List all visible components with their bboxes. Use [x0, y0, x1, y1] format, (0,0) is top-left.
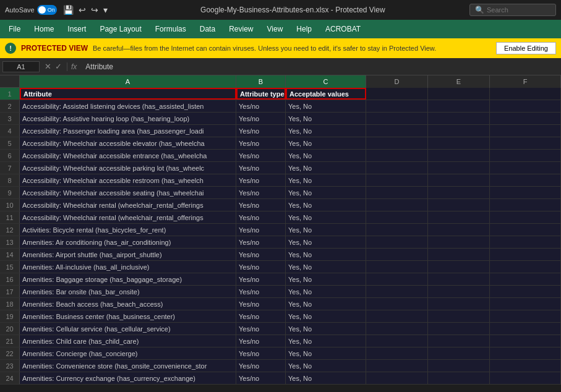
cell-b9[interactable]: Yes/no: [236, 187, 286, 198]
cell-c5[interactable]: Yes, No: [286, 137, 366, 149]
cell-a8[interactable]: Accessibility: Wheelchair accessible res…: [20, 174, 236, 186]
cell-b23[interactable]: Yes/no: [236, 360, 286, 372]
cell-d9[interactable]: [366, 187, 428, 198]
cell-a4[interactable]: Accessibility: Passenger loading area (h…: [20, 125, 236, 137]
cell-b11[interactable]: Yes/no: [236, 211, 286, 223]
cell-b18[interactable]: Yes/no: [236, 298, 286, 310]
cell-f17[interactable]: [490, 286, 561, 297]
col-header-d[interactable]: D: [366, 75, 428, 88]
cell-f5[interactable]: [490, 137, 561, 149]
cell-a24[interactable]: Amenities: Currency exchange (has_curren…: [20, 372, 236, 384]
cell-c18[interactable]: Yes, No: [286, 298, 366, 310]
cell-a18[interactable]: Amenities: Beach access (has_beach_acces…: [20, 298, 236, 310]
cell-d11[interactable]: [366, 211, 428, 223]
menu-file[interactable]: File: [2, 22, 27, 36]
cell-reference-box[interactable]: [2, 61, 40, 72]
menu-formulas[interactable]: Formulas: [149, 22, 192, 36]
cell-c23[interactable]: Yes, No: [286, 360, 366, 372]
cell-d17[interactable]: [366, 286, 428, 297]
cell-d18[interactable]: [366, 298, 428, 310]
cancel-formula-icon[interactable]: ✕: [45, 62, 51, 71]
cell-d14[interactable]: [366, 249, 428, 260]
cell-c24[interactable]: Yes, No: [286, 372, 366, 384]
cell-c10[interactable]: Yes, No: [286, 199, 366, 211]
cell-d20[interactable]: [366, 323, 428, 334]
cell-f3[interactable]: [490, 113, 561, 124]
cell-c15[interactable]: Yes, No: [286, 261, 366, 273]
cell-a13[interactable]: Amenities: Air conditioning (has_air_con…: [20, 236, 236, 248]
cell-c19[interactable]: Yes, No: [286, 310, 366, 322]
cell-b7[interactable]: Yes/no: [236, 162, 286, 174]
cell-d6[interactable]: [366, 150, 428, 161]
cell-f2[interactable]: [490, 100, 561, 112]
cell-e16[interactable]: [428, 273, 490, 285]
cell-f1[interactable]: [490, 88, 561, 100]
cell-d22[interactable]: [366, 347, 428, 359]
cell-a17[interactable]: Amenities: Bar onsite (has_bar_onsite): [20, 286, 236, 297]
cell-d21[interactable]: [366, 335, 428, 347]
cell-c8[interactable]: Yes, No: [286, 174, 366, 186]
menu-view[interactable]: View: [261, 22, 289, 36]
cell-b22[interactable]: Yes/no: [236, 347, 286, 359]
cell-c9[interactable]: Yes, No: [286, 187, 366, 198]
search-input[interactable]: [487, 6, 550, 14]
cell-b19[interactable]: Yes/no: [236, 310, 286, 322]
cell-a9[interactable]: Accessibility: Wheelchair accessible sea…: [20, 187, 236, 198]
cell-a23[interactable]: Amenities: Convenience store (has_onsite…: [20, 360, 236, 372]
cell-c4[interactable]: Yes, No: [286, 125, 366, 137]
cell-a3[interactable]: Accessibility: Assistive hearing loop (h…: [20, 113, 236, 124]
cell-c11[interactable]: Yes, No: [286, 211, 366, 223]
save-button[interactable]: 💾: [62, 4, 75, 16]
col-header-f[interactable]: F: [490, 75, 561, 88]
cell-e23[interactable]: [428, 360, 490, 372]
col-header-a[interactable]: A: [20, 75, 236, 88]
cell-a2[interactable]: Accessibility: Assisted listening device…: [20, 100, 236, 112]
cell-a21[interactable]: Amenities: Child care (has_child_care): [20, 335, 236, 347]
cell-e5[interactable]: [428, 137, 490, 149]
confirm-formula-icon[interactable]: ✓: [55, 62, 62, 71]
cell-c7[interactable]: Yes, No: [286, 162, 366, 174]
cell-a19[interactable]: Amenities: Business center (has_business…: [20, 310, 236, 322]
cell-f4[interactable]: [490, 125, 561, 137]
cell-d13[interactable]: [366, 236, 428, 248]
cell-f15[interactable]: [490, 261, 561, 273]
cell-a11[interactable]: Accessibility: Wheelchair rental (wheelc…: [20, 211, 236, 223]
more-button[interactable]: ▾: [102, 4, 109, 16]
cell-d1[interactable]: [366, 88, 428, 100]
undo-button[interactable]: ↩: [77, 4, 87, 16]
cell-d12[interactable]: [366, 224, 428, 236]
cell-a1[interactable]: Attribute: [20, 88, 236, 100]
cell-b16[interactable]: Yes/no: [236, 273, 286, 285]
cell-b17[interactable]: Yes/no: [236, 286, 286, 297]
cell-d8[interactable]: [366, 174, 428, 186]
cell-e6[interactable]: [428, 150, 490, 161]
cell-f9[interactable]: [490, 187, 561, 198]
cell-b13[interactable]: Yes/no: [236, 236, 286, 248]
cell-e2[interactable]: [428, 100, 490, 112]
menu-acrobat[interactable]: ACROBAT: [319, 22, 367, 36]
cell-b24[interactable]: Yes/no: [236, 372, 286, 384]
cell-b15[interactable]: Yes/no: [236, 261, 286, 273]
cell-e10[interactable]: [428, 199, 490, 211]
menu-insert[interactable]: Insert: [61, 22, 92, 36]
cell-a12[interactable]: Activities: Bicycle rental (has_bicycles…: [20, 224, 236, 236]
cell-e17[interactable]: [428, 286, 490, 297]
cell-b3[interactable]: Yes/no: [236, 113, 286, 124]
cell-d24[interactable]: [366, 372, 428, 384]
cell-b1[interactable]: Attribute type: [236, 88, 286, 100]
cell-e21[interactable]: [428, 335, 490, 347]
menu-help[interactable]: Help: [290, 22, 318, 36]
cell-b6[interactable]: Yes/no: [236, 150, 286, 161]
cell-e15[interactable]: [428, 261, 490, 273]
cell-b5[interactable]: Yes/no: [236, 137, 286, 149]
cell-d19[interactable]: [366, 310, 428, 322]
cell-e8[interactable]: [428, 174, 490, 186]
menu-review[interactable]: Review: [223, 22, 259, 36]
cell-e12[interactable]: [428, 224, 490, 236]
cell-a14[interactable]: Amenities: Airport shuttle (has_airport_…: [20, 249, 236, 260]
cell-e7[interactable]: [428, 162, 490, 174]
cell-b2[interactable]: Yes/no: [236, 100, 286, 112]
cell-e18[interactable]: [428, 298, 490, 310]
cell-b8[interactable]: Yes/no: [236, 174, 286, 186]
cell-e24[interactable]: [428, 372, 490, 384]
